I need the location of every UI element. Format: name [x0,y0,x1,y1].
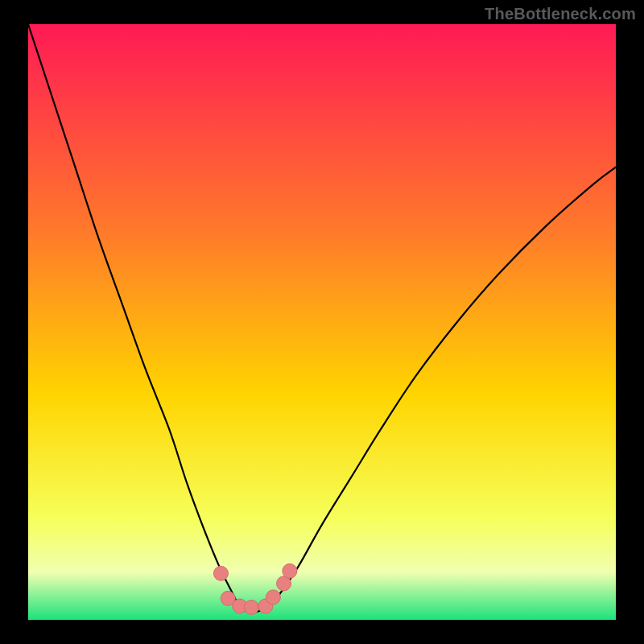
curve-marker [266,590,280,605]
curve-marker [213,566,228,580]
curve-marker [283,564,297,578]
bottleneck-chart [0,0,644,644]
curve-marker [244,600,258,614]
chart-stage: TheBottleneck.com [0,0,644,644]
plot-background [28,24,616,620]
